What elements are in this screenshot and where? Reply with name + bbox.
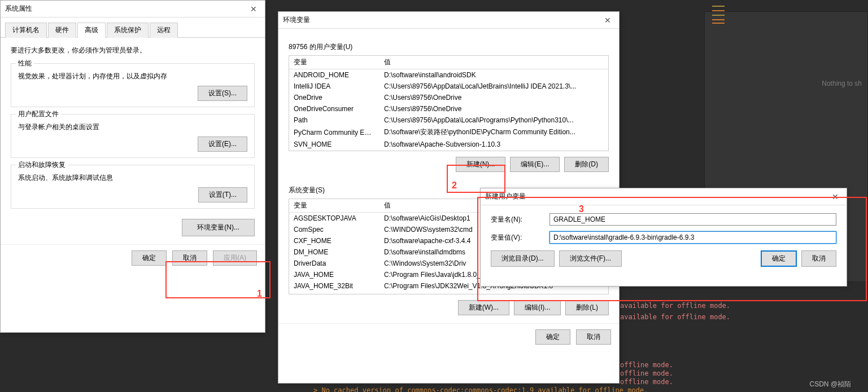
ok-button[interactable]: 确定 <box>535 329 570 345</box>
col-value[interactable]: 值 <box>380 56 608 69</box>
userprofile-group: 用户配置文件 与登录帐户相关的桌面设置 设置(E)... <box>11 114 255 158</box>
table-row[interactable]: IntelliJ IDEAC:\Users\89756\AppData\Loca… <box>289 81 608 92</box>
settings-performance-button[interactable]: 设置(S)... <box>198 86 247 101</box>
group-desc: 系统启动、系统故障和调试信息 <box>18 173 247 183</box>
var-value-label: 变量值(V): <box>491 233 542 243</box>
var-name-cell: IntelliJ IDEA <box>289 81 380 92</box>
system-properties-dialog: 系统属性 ✕ 计算机名 硬件 高级 系统保护 远程 要进行大多数更改，你必须作为… <box>0 0 265 333</box>
browse-file-button[interactable]: 浏览文件(F)... <box>559 250 622 267</box>
delete-user-var-button[interactable]: 删除(D) <box>564 157 609 172</box>
table-row[interactable]: ANDROID_HOMED:\software\install\androidS… <box>289 69 608 81</box>
var-value-cell: D:\software\安装路径\pythonIDE\PyCharm Commu… <box>380 126 608 139</box>
settings-userprofile-button[interactable]: 设置(E)... <box>198 136 247 152</box>
col-variable[interactable]: 变量 <box>289 199 380 213</box>
var-name-input[interactable] <box>549 213 836 226</box>
var-name-cell: PyCharm Community Editi... <box>289 126 380 139</box>
tab-computer-name[interactable]: 计算机名 <box>5 23 47 38</box>
dialog-title: 环境变量 <box>283 15 310 25</box>
titlebar: 系统属性 ✕ <box>1 1 265 17</box>
cancel-button[interactable]: 取消 <box>172 250 207 266</box>
annotation-num-1: 1 <box>257 289 262 299</box>
var-value-cell: C:\Users\89756\AppData\Local\Programs\Py… <box>380 114 608 126</box>
settings-startup-button[interactable]: 设置(T)... <box>198 187 247 202</box>
var-name-cell: AGSDESKTOPJAVA <box>289 213 380 224</box>
admin-note: 要进行大多数更改，你必须作为管理员登录。 <box>11 46 255 55</box>
var-name-cell: OneDrive <box>289 92 380 103</box>
console-text: offline mode. <box>620 361 673 369</box>
annotation-num-3: 3 <box>579 204 584 214</box>
tab-remote[interactable]: 远程 <box>150 23 178 38</box>
var-name-cell: DriverData <box>289 258 380 269</box>
dialog-title: 系统属性 <box>5 4 32 14</box>
group-title: 用户配置文件 <box>16 109 61 119</box>
minimap <box>710 0 727 90</box>
new-sys-var-button[interactable]: 新建(W)... <box>458 300 509 315</box>
group-title: 性能 <box>16 59 34 68</box>
group-desc: 视觉效果，处理器计划，内存使用，以及虚拟内存 <box>18 72 247 81</box>
ok-button[interactable]: 确定 <box>132 250 167 266</box>
ok-button[interactable]: 确定 <box>761 250 797 267</box>
titlebar: 环境变量 ✕ <box>278 12 619 29</box>
var-value-cell: D:\software\install\androidSDK <box>380 69 608 81</box>
console-text: offline mode. <box>620 369 673 377</box>
console-text: available for offline mode. <box>620 302 730 310</box>
empty-text: Nothing to sh <box>822 80 862 87</box>
var-name-cell: CXF_HOME <box>289 235 380 246</box>
close-icon[interactable]: ✕ <box>828 192 842 201</box>
new-user-var-button[interactable]: 新建(N)... <box>456 157 506 172</box>
table-row[interactable]: PyCharm Community Editi...D:\software\安装… <box>289 126 608 139</box>
group-desc: 与登录帐户相关的桌面设置 <box>18 122 247 132</box>
table-row[interactable]: SVN_HOMED:\software\Apache-Subversion-1.… <box>289 139 608 150</box>
performance-group: 性能 视觉效果，处理器计划，内存使用，以及虚拟内存 设置(S)... <box>11 63 255 107</box>
table-row[interactable]: OneDriveC:\Users\89756\OneDrive <box>289 92 608 103</box>
tab-protection[interactable]: 系统保护 <box>107 23 149 38</box>
cancel-button[interactable]: 取消 <box>801 250 836 267</box>
console-text: offline mode. <box>620 378 673 386</box>
var-name-label: 变量名(N): <box>491 215 542 224</box>
tab-hardware[interactable]: 硬件 <box>48 23 76 38</box>
delete-sys-var-button[interactable]: 删除(L) <box>565 300 609 315</box>
annotation-num-2: 2 <box>452 180 457 191</box>
var-value-input[interactable] <box>549 231 836 244</box>
close-icon[interactable]: ✕ <box>247 5 260 14</box>
startup-group: 启动和故障恢复 系统启动、系统故障和调试信息 设置(T)... <box>11 165 255 209</box>
edit-sys-var-button[interactable]: 编辑(I)... <box>514 300 561 315</box>
dialog-title: 新建用户变量 <box>485 192 526 201</box>
var-name-cell: ComSpec <box>289 224 380 235</box>
tabs: 计算机名 硬件 高级 系统保护 远程 <box>1 17 265 38</box>
user-vars-label: 89756 的用户变量(U) <box>289 42 609 52</box>
browse-dir-button[interactable]: 浏览目录(D)... <box>491 250 555 267</box>
tab-advanced[interactable]: 高级 <box>77 23 106 38</box>
watermark: CSDN @祯陌 <box>809 380 851 389</box>
var-name-cell: Path <box>289 114 380 126</box>
titlebar: 新建用户变量 ✕ <box>481 188 847 205</box>
group-title: 启动和故障恢复 <box>16 160 68 170</box>
environment-variables-button[interactable]: 环境变量(N)... <box>182 219 255 236</box>
console-text: > No cached version of commons-codec:com… <box>313 386 648 392</box>
close-icon[interactable]: ✕ <box>601 16 614 25</box>
col-variable[interactable]: 变量 <box>289 56 380 69</box>
new-user-variable-dialog: 新建用户变量 ✕ 变量名(N): 变量值(V): 浏览目录(D)... 浏览文件… <box>480 188 847 287</box>
var-name-cell: SVN_HOME <box>289 139 380 150</box>
dialog-footer: 确定 取消 应用(A) <box>1 244 265 271</box>
var-name-cell: ANDROID_HOME <box>289 69 380 81</box>
edit-user-var-button[interactable]: 编辑(E)... <box>510 157 560 172</box>
var-name-cell: JAVA_HOME <box>289 269 380 280</box>
apply-button[interactable]: 应用(A) <box>213 250 257 266</box>
var-value-cell: C:\Users\89756\AppData\Local\JetBrains\I… <box>380 81 608 92</box>
table-row[interactable]: OneDriveConsumerC:\Users\89756\OneDrive <box>289 103 608 114</box>
var-value-cell: D:\software\Apache-Subversion-1.10.3 <box>380 139 608 150</box>
var-name-cell: DM_HOME <box>289 246 380 258</box>
cancel-button[interactable]: 取消 <box>576 329 611 345</box>
var-value-cell: C:\Users\89756\OneDrive <box>380 92 608 103</box>
var-name-cell: OneDriveConsumer <box>289 103 380 114</box>
dialog-footer: 确定 取消 <box>278 323 619 350</box>
user-vars-table[interactable]: 变量 值 ANDROID_HOMED:\software\install\and… <box>289 55 609 151</box>
console-text: available for offline mode. <box>620 313 730 321</box>
var-value-cell: C:\Users\89756\OneDrive <box>380 103 608 114</box>
var-name-cell: JAVA_HOME_32Bit <box>289 280 380 292</box>
table-row[interactable]: PathC:\Users\89756\AppData\Local\Program… <box>289 114 608 126</box>
